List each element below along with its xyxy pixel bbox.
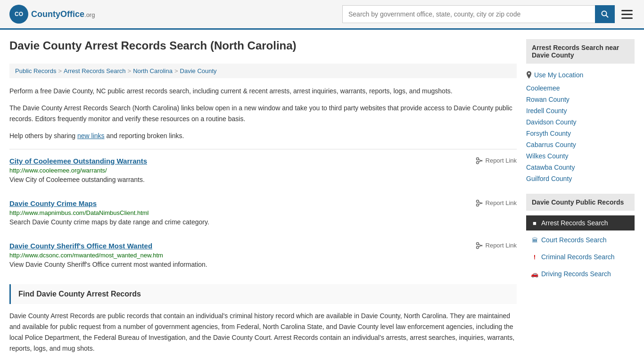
sidebar-nearby-wilkes[interactable]: Wilkes County: [526, 150, 635, 162]
description-3: Help others by sharing new links and rep…: [9, 131, 517, 141]
sidebar-nearby-section: Arrest Records Search near Davie County …: [526, 39, 635, 184]
search-area: [342, 5, 635, 23]
scissors-icon-0: [476, 157, 483, 165]
description-1: Perform a free Davie County, NC public a…: [9, 86, 517, 96]
breadcrumb-public-records[interactable]: Public Records: [15, 67, 56, 74]
svg-point-16: [528, 73, 530, 74]
resources-list: City of Cooleemee Outstanding Warrants R…: [9, 157, 517, 273]
resource-desc-1: Search Davie County crime maps by date r…: [9, 218, 517, 226]
resource-url-1: http://www.mapnimbus.com/DataNimbusClien…: [9, 209, 517, 216]
sidebar-nearby-cooleemee[interactable]: Cooleemee: [526, 82, 635, 94]
sidebar-records-section: Davie County Public Records ■ Arrest Rec…: [526, 194, 635, 282]
site-header: CO CountyOffice.org: [0, 0, 644, 30]
search-icon: [601, 10, 609, 18]
driving-label: Driving Records Search: [541, 270, 611, 278]
description-2: The Davie County Arrest Records Search (…: [9, 103, 517, 124]
svg-point-4: [476, 157, 479, 160]
sidebar-nearby-davidson[interactable]: Davidson County: [526, 116, 635, 128]
new-links-link[interactable]: new links: [77, 132, 105, 140]
svg-point-2: [602, 11, 607, 16]
svg-point-8: [476, 200, 479, 202]
breadcrumb-sep-1: >: [58, 67, 62, 74]
search-button[interactable]: [595, 5, 615, 23]
resource-header-2: Davie County Sheriff's Office Most Wante…: [9, 242, 517, 250]
sidebar-nearby-iredell[interactable]: Iredell County: [526, 105, 635, 116]
sidebar-nearby-cabarrus[interactable]: Cabarrus County: [526, 139, 635, 150]
criminal-icon: !: [531, 254, 538, 261]
scissors-icon-2: [476, 242, 483, 249]
sidebar-nearby-catawba[interactable]: Catawba County: [526, 162, 635, 173]
report-link-2[interactable]: Report Link: [476, 242, 517, 249]
logo-text: CountyOffice.org: [31, 9, 95, 19]
svg-point-9: [476, 204, 479, 206]
sidebar-record-court[interactable]: 🏛 Court Records Search: [526, 231, 635, 248]
page-title: Davie County Arrest Records Search (Nort…: [9, 39, 517, 57]
resource-header-0: City of Cooleemee Outstanding Warrants R…: [9, 157, 517, 165]
resource-entry-1: Davie County Crime Maps Report Link http…: [9, 199, 517, 230]
menu-button[interactable]: [619, 8, 635, 21]
sidebar-nearby-guilford[interactable]: Guilford County: [526, 173, 635, 184]
sidebar-nearby-rowan[interactable]: Rowan County: [526, 94, 635, 105]
arrest-icon: ■: [531, 220, 538, 227]
resource-title-1[interactable]: Davie County Crime Maps: [9, 199, 97, 207]
location-pin-icon: [526, 71, 532, 79]
driving-icon: 🚗: [531, 271, 538, 278]
find-title: Find Davie County Arrest Records: [18, 290, 509, 298]
resource-entry-0: City of Cooleemee Outstanding Warrants R…: [9, 157, 517, 188]
resource-url-0: http://www.cooleemee.org/warrants/: [9, 167, 517, 174]
resource-entry-2: Davie County Sheriff's Office Most Wante…: [9, 242, 517, 273]
find-section: Find Davie County Arrest Records: [9, 284, 517, 304]
sidebar-nearby-forsyth[interactable]: Forsyth County: [526, 128, 635, 139]
svg-point-13: [476, 246, 479, 248]
sidebar: Arrest Records Search near Davie County …: [526, 39, 635, 354]
svg-line-3: [606, 16, 609, 18]
breadcrumb-sep-2: >: [128, 67, 132, 74]
breadcrumb-davie-county[interactable]: Davie County: [180, 67, 217, 74]
sidebar-use-location[interactable]: Use My Location: [526, 67, 635, 82]
resource-title-2[interactable]: Davie County Sheriff's Office Most Wante…: [9, 242, 152, 250]
report-link-1[interactable]: Report Link: [476, 199, 517, 207]
criminal-label: Criminal Records Search: [541, 253, 615, 261]
sidebar-record-driving[interactable]: 🚗 Driving Records Search: [526, 265, 635, 282]
arrest-label: Arrest Records Search: [541, 219, 608, 227]
sidebar-record-criminal[interactable]: ! Criminal Records Search: [526, 248, 635, 265]
content-area: Davie County Arrest Records Search (Nort…: [9, 39, 517, 354]
menu-bar-3: [621, 17, 633, 19]
logo-area[interactable]: CO CountyOffice.org: [9, 5, 95, 24]
court-label: Court Records Search: [541, 236, 607, 244]
scissors-icon-1: [476, 199, 483, 207]
svg-text:CO: CO: [15, 11, 23, 17]
court-icon: 🏛: [531, 237, 538, 244]
main-container: Davie County Arrest Records Search (Nort…: [0, 30, 644, 362]
menu-bar-1: [621, 10, 633, 11]
resource-header-1: Davie County Crime Maps Report Link: [9, 199, 517, 207]
find-body-text: Davie County Arrest Records are public r…: [9, 311, 517, 354]
sidebar-records-list: ■ Arrest Records Search 🏛 Court Records …: [526, 214, 635, 282]
sidebar-record-arrest[interactable]: ■ Arrest Records Search: [526, 214, 635, 231]
breadcrumb: Public Records > Arrest Records Search >…: [9, 64, 517, 78]
sidebar-records-header: Davie County Public Records: [526, 194, 635, 211]
search-input[interactable]: [342, 5, 595, 23]
resource-desc-0: View City of Cooleemee outstanding warra…: [9, 176, 517, 183]
resource-url-2: http://www.dcsonc.com/mwanted/most_wante…: [9, 252, 517, 259]
resource-title-0[interactable]: City of Cooleemee Outstanding Warrants: [9, 157, 147, 165]
divider-1: [9, 149, 517, 149]
breadcrumb-sep-3: >: [174, 67, 178, 74]
svg-point-5: [476, 161, 479, 164]
breadcrumb-arrest-records[interactable]: Arrest Records Search: [64, 67, 126, 74]
sidebar-nearby-header: Arrest Records Search near Davie County: [526, 39, 635, 64]
svg-point-12: [476, 242, 479, 245]
logo-icon: CO: [9, 5, 28, 24]
breadcrumb-north-carolina[interactable]: North Carolina: [133, 67, 173, 74]
resource-desc-2: View Davie County Sheriff's Office curre…: [9, 261, 517, 268]
report-link-0[interactable]: Report Link: [476, 157, 517, 165]
sidebar-nearby-list: Use My Location Cooleemee Rowan County I…: [526, 67, 635, 184]
menu-bar-2: [621, 14, 633, 15]
